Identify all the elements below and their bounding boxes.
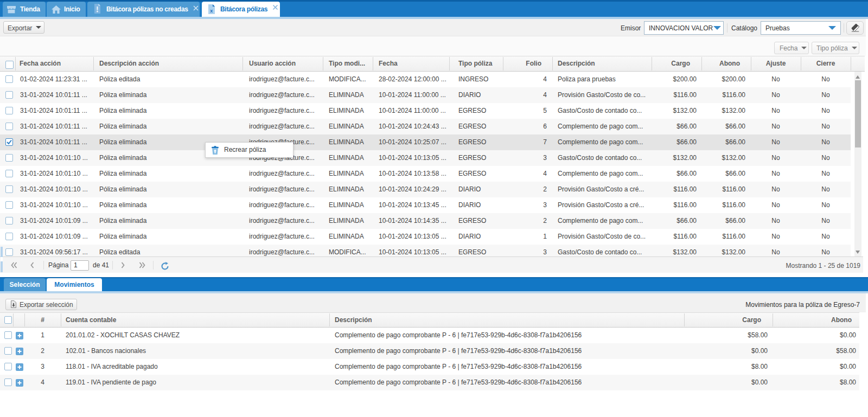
svg-text:x: x [210, 8, 213, 14]
